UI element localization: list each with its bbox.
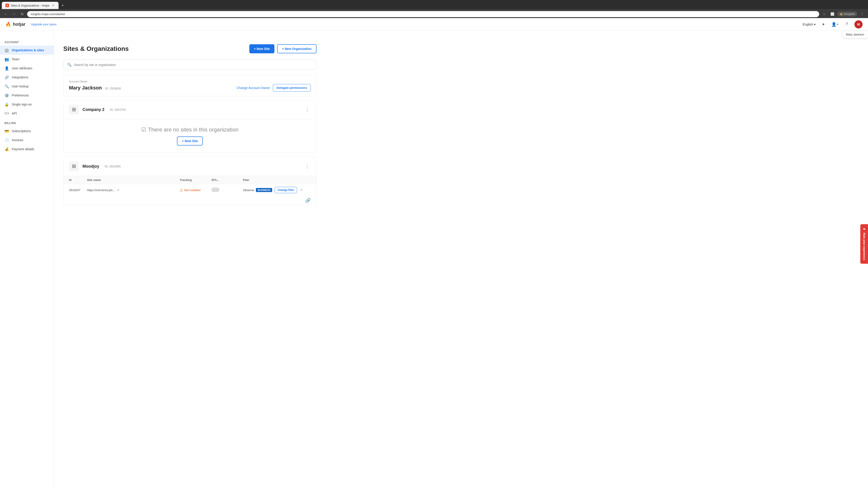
plan-cell: Observe BUSINESS <box>243 188 275 192</box>
rate-experience-widget[interactable]: ❤ Rate your experience <box>860 224 868 264</box>
payment-icon: 💰 <box>4 147 9 151</box>
tab-title: Sites & Organizations - Hotjar <box>11 4 50 7</box>
org-menu-button-moodjoy[interactable]: ⋮ <box>304 163 311 170</box>
delegate-permissions-button[interactable]: Delegate permissions <box>273 84 311 92</box>
org-id-company2: ID: 2923752 <box>110 108 126 111</box>
table-row: 2919247 https://mol.bm/a.pls... ↗ ⚠ Not … <box>64 184 316 196</box>
owner-name: Mary Jackson <box>69 85 102 91</box>
subscriptions-icon: 💳 <box>4 129 9 133</box>
page-title: Sites & Organizations <box>63 45 129 53</box>
col-header-id: Id <box>69 178 87 182</box>
account-section-label: Account <box>0 37 54 46</box>
expand-icon[interactable]: ↗ <box>300 188 303 192</box>
sidebar-item-integrations[interactable]: 🔗 Integrations <box>0 73 54 82</box>
back-button[interactable]: ← <box>3 11 9 17</box>
search-input[interactable] <box>74 63 313 67</box>
col-header-actions <box>275 178 311 182</box>
new-organization-button[interactable]: + New Organization <box>277 44 316 53</box>
language-selector[interactable]: English ▾ <box>803 23 815 26</box>
col-header-tracking: Tracking <box>180 178 211 182</box>
sidebar-item-user-lookup[interactable]: 🔍 User lookup <box>0 82 54 91</box>
sso-icon: 🔒 <box>4 102 9 107</box>
incognito-label: Incognito <box>844 12 855 15</box>
tab-close-button[interactable]: ✕ <box>51 4 55 7</box>
change-account-owner-button[interactable]: Change Account Owner <box>237 86 270 90</box>
page-actions: + New Site + New Organization <box>249 44 316 53</box>
upgrade-link[interactable]: Upgrade your plans <box>31 23 57 26</box>
org-icon-company2: ⊞ <box>69 105 79 115</box>
external-link-icon[interactable]: ↗ <box>117 188 119 192</box>
incognito-badge: 🕵 Incognito <box>837 11 857 17</box>
sidebar-user-attributes-label: User attributes <box>12 66 32 70</box>
incognito-icon: 🕵 <box>839 12 843 15</box>
sidebar-item-sso[interactable]: 🔒 Single sign-on <box>0 100 54 109</box>
help-icon-button[interactable]: ? <box>843 20 851 29</box>
plan-badge: BUSINESS <box>256 188 272 192</box>
app-header: 🔥 hotjar Upgrade your plans English ▾ ✦ … <box>0 18 868 31</box>
sidebar-item-preferences[interactable]: ⚙️ Preferences <box>0 91 54 100</box>
billing-section-label: Billing <box>0 118 54 127</box>
app: 🔥 hotjar Upgrade your plans English ▾ ✦ … <box>0 19 868 488</box>
user-avatar[interactable]: M <box>855 20 863 29</box>
active-tab[interactable]: H Sites & Organizations - Hotjar ✕ <box>2 2 59 9</box>
change-plan-button[interactable]: Change Plan <box>275 187 297 193</box>
empty-icon-company2: ☑ There are no sites in this organizatio… <box>141 127 239 133</box>
org-name-company2: Company 2 <box>83 107 104 112</box>
owner-actions: Change Account Owner Delegate permission… <box>237 84 311 92</box>
logo-text: hotjar <box>13 22 26 27</box>
sidebar-item-payment[interactable]: 💰 Payment details <box>0 144 54 154</box>
preferences-icon: ⚙️ <box>4 93 9 98</box>
sidebar-sso-label: Single sign-on <box>12 103 32 106</box>
add-user-icon-button[interactable]: 👤+ <box>831 20 839 29</box>
add-site-button-company2[interactable]: + New Site <box>177 136 203 145</box>
browser-toolbar: ← → ↻ insights.hotjar.com/site/list ☆ ⬜ … <box>0 9 868 19</box>
browser-menu-icon[interactable]: ⋮ <box>859 11 865 17</box>
sidebar-item-team[interactable]: 👥 Team <box>0 55 54 64</box>
team-icon: 👥 <box>4 57 9 61</box>
new-site-button[interactable]: + New Site <box>249 44 274 53</box>
sidebar: Account 🏢 Organizations & sites 👥 Team 👤… <box>0 19 54 488</box>
extension-icon[interactable]: ⬜ <box>829 11 835 17</box>
tab-favicon: H <box>5 4 9 7</box>
col-header-plan: Plan <box>243 178 275 182</box>
sidebar-organizations-label: Organizations & sites <box>12 48 44 52</box>
refresh-button[interactable]: ↻ <box>19 11 25 17</box>
org-card-moodjoy: ⊞ Moodjoy ID: 2923695 ⋮ Id Site name Tra… <box>63 157 316 205</box>
sidebar-item-user-attributes[interactable]: 👤 User attributes <box>0 64 54 73</box>
logo: 🔥 hotjar <box>5 22 26 27</box>
sidebar-user-lookup-label: User lookup <box>12 85 29 88</box>
actions-cell: Change Plan ↗ <box>275 187 311 193</box>
link-icon[interactable]: 🔗 <box>305 198 311 203</box>
sparkle-icon-button[interactable]: ✦ <box>819 20 827 29</box>
forward-button[interactable]: → <box>11 11 17 17</box>
invoices-icon: 📄 <box>4 138 9 142</box>
sidebar-preferences-label: Preferences <box>12 94 29 97</box>
owner-name-row: Mary Jackson ID: 2529630 Change Account … <box>69 84 311 92</box>
sidebar-invoices-label: Invoices <box>12 138 23 142</box>
sidebar-item-subscriptions[interactable]: 💳 Subscriptions <box>0 127 54 135</box>
chevron-down-icon: ▾ <box>814 23 815 26</box>
mary-tooltip: Mary Jackson <box>842 31 868 38</box>
owner-label: Account Owner <box>69 80 311 83</box>
address-bar[interactable]: insights.hotjar.com/site/list <box>27 11 819 17</box>
user-attributes-icon: 👤 <box>4 66 9 70</box>
address-bar-url: insights.hotjar.com/site/list <box>31 12 65 16</box>
owner-card: Account Owner Mary Jackson ID: 2529630 C… <box>63 75 316 96</box>
empty-message-company2: There are no sites in this organization <box>148 127 239 133</box>
new-tab-button[interactable]: + <box>59 2 66 8</box>
col-header-site-name: Site name <box>87 178 180 182</box>
sidebar-item-organizations[interactable]: 🏢 Organizations & sites <box>0 46 54 55</box>
sidebar-item-api[interactable]: </> API <box>0 109 54 118</box>
header-right: English ▾ ✦ 👤+ ? M <box>803 20 863 29</box>
search-bar: 🔍 <box>63 60 316 70</box>
org-name-moodjoy: Moodjoy <box>83 164 99 169</box>
sidebar-item-invoices[interactable]: 📄 Invoices <box>0 135 54 144</box>
twofa-toggle[interactable] <box>211 188 219 192</box>
sites-table-header: Id Site name Tracking 2FA... Plan <box>64 176 316 184</box>
rate-label: Rate your experience <box>863 233 866 260</box>
org-menu-button-company2[interactable]: ⋮ <box>304 106 311 113</box>
bookmark-icon[interactable]: ☆ <box>821 11 827 17</box>
check-square-icon: ☑ <box>141 127 146 133</box>
search-icon: 🔍 <box>67 63 72 67</box>
page-container: Sites & Organizations + New Site + New O… <box>54 37 326 216</box>
